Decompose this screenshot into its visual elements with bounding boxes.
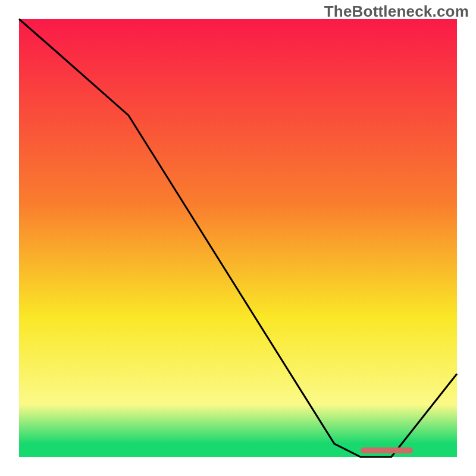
watermark-text: TheBottleneck.com	[324, 2, 469, 21]
optimal-zone-bar	[361, 447, 413, 453]
plot-area	[19, 19, 457, 457]
bottleneck-curve-path	[19, 19, 457, 457]
chart-container: TheBottleneck.com	[0, 0, 476, 476]
bottleneck-curve	[19, 19, 457, 457]
